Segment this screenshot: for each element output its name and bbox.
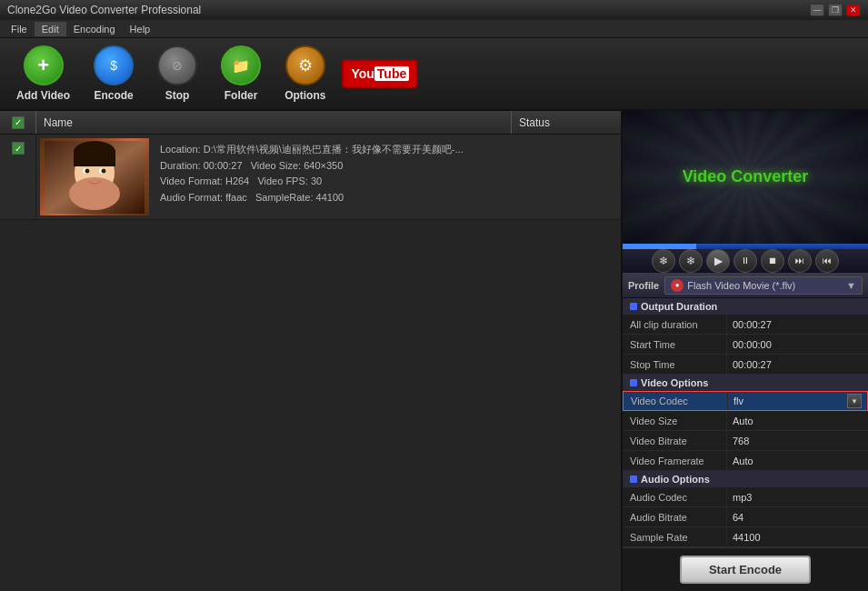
section-dot	[630, 379, 637, 386]
format-dropdown-arrow: ▼	[846, 280, 856, 291]
prop-key: Video Framerate	[623, 451, 727, 470]
folder-label: Folder	[224, 89, 258, 102]
profile-header: Profile ● Flash Video Movie (*.flv) ▼	[623, 273, 868, 298]
options-label: Options	[284, 89, 325, 102]
profile-format-selector[interactable]: ● Flash Video Movie (*.flv) ▼	[664, 276, 863, 295]
file-list-header: ✓ Name Status	[0, 111, 621, 135]
slow-button[interactable]: ❄	[679, 249, 703, 273]
video-codec-dropdown[interactable]: ▼	[847, 394, 862, 408]
section-label: Video Options	[641, 377, 708, 388]
prop-key: All clip duration	[623, 315, 727, 334]
prop-key: Video Codec	[624, 392, 728, 410]
menu-file[interactable]: File	[4, 22, 35, 36]
prop-val: mp3	[727, 487, 868, 506]
section-audio-options: Audio Options	[623, 471, 868, 487]
svg-rect-4	[74, 150, 115, 166]
options-button[interactable]: ⚙ Options	[277, 42, 333, 105]
profile-section: Profile ● Flash Video Movie (*.flv) ▼ Ou…	[623, 273, 868, 591]
play-button[interactable]: ▶	[706, 249, 730, 273]
section-label: Output Duration	[641, 301, 717, 312]
table-row[interactable]: ✓	[0, 135, 621, 220]
encode-button[interactable]: $ Encode	[86, 42, 141, 105]
menu-help[interactable]: Help	[123, 22, 158, 36]
section-label: Audio Options	[641, 474, 710, 485]
properties-table: Output Duration All clip duration 00:00:…	[623, 298, 868, 547]
prop-val: 768	[727, 431, 868, 450]
prop-video-codec[interactable]: Video Codec flv ▼	[623, 391, 868, 411]
header-name-col: Name	[36, 111, 512, 134]
add-video-button[interactable]: + Add Video	[9, 42, 77, 105]
prop-val: 44100	[727, 527, 868, 546]
minimize-button[interactable]: —	[810, 4, 824, 16]
prev-frame-button[interactable]: ⏮	[815, 249, 839, 273]
youtube-you-text: You	[351, 66, 374, 81]
header-checkbox[interactable]: ✓	[12, 116, 25, 129]
row-checkbox[interactable]: ✓	[12, 142, 25, 155]
file-audio-format: Audio Format: ffaac SampleRate: 44100	[160, 190, 504, 206]
format-name: Flash Video Movie (*.flv)	[687, 280, 795, 291]
prop-key: Sample Rate	[623, 527, 727, 546]
prop-start-time: Start Time 00:00:00	[623, 335, 868, 355]
prop-val: 00:00:27	[727, 355, 868, 374]
youtube-button[interactable]: You Tube	[342, 59, 418, 88]
video-progress-bar[interactable]	[623, 244, 868, 249]
right-panel: Video Converter ❄ ❄ ▶ ⏸ ⏹ ⏭ ⏮ Profile ● …	[623, 111, 868, 591]
encode-label: Encode	[94, 89, 133, 102]
title-bar-controls: — ❐ ✕	[810, 4, 861, 16]
prop-video-framerate: Video Framerate Auto	[623, 451, 868, 471]
menu-encoding[interactable]: Encoding	[66, 22, 123, 36]
rewind-begin-button[interactable]: ❄	[652, 249, 675, 273]
main-content: ✓ Name Status ✓	[0, 111, 868, 591]
folder-button[interactable]: 📁 Folder	[214, 42, 268, 105]
prop-all-clip-duration: All clip duration 00:00:27	[623, 315, 868, 335]
section-dot	[630, 303, 637, 310]
menu-edit[interactable]: Edit	[35, 22, 66, 36]
video-thumbnail	[40, 138, 149, 215]
youtube-tube-text: Tube	[374, 66, 409, 81]
start-encode-button[interactable]: Start Encode	[680, 556, 811, 584]
restore-button[interactable]: ❐	[828, 4, 843, 16]
video-codec-value: flv	[733, 396, 743, 406]
next-frame-button[interactable]: ⏭	[788, 249, 812, 273]
prop-key: Video Size	[623, 411, 727, 430]
encode-icon: $	[94, 45, 134, 85]
pause-button[interactable]: ⏸	[733, 249, 757, 273]
add-video-label: Add Video	[16, 89, 70, 102]
col-name-label: Name	[44, 116, 73, 129]
title-bar: Clone2Go Video Converter Professional — …	[0, 0, 868, 20]
start-encode-area: Start Encode	[623, 547, 868, 591]
prop-val: 00:00:00	[727, 335, 868, 354]
prop-video-size: Video Size Auto	[623, 411, 868, 431]
prop-key: Audio Bitrate	[623, 507, 727, 526]
playback-controls: ❄ ❄ ▶ ⏸ ⏹ ⏭ ⏮	[623, 249, 868, 273]
stop-playback-button[interactable]: ⏹	[761, 249, 784, 273]
file-panel: ✓ Name Status ✓	[0, 111, 623, 591]
prop-sample-rate: Sample Rate 44100	[623, 527, 868, 547]
close-button[interactable]: ✕	[846, 4, 861, 16]
prop-key: Stop Time	[623, 355, 727, 374]
svg-point-8	[102, 168, 106, 173]
menu-bar: File Edit Encoding Help	[0, 20, 868, 38]
file-location: Location: D:\常用软件\视频\迪丽热巴直播：我好像不需要开美颜吧-.…	[160, 142, 504, 158]
stop-button[interactable]: ⊘ Stop	[150, 42, 205, 105]
prop-audio-bitrate: Audio Bitrate 64	[623, 507, 868, 527]
section-dot	[630, 476, 637, 483]
add-video-icon: +	[24, 45, 64, 85]
section-output-duration: Output Duration	[623, 298, 868, 315]
video-preview: Video Converter	[623, 111, 868, 244]
file-list: ✓	[0, 135, 621, 591]
prop-val: Auto	[727, 411, 868, 430]
prop-stop-time: Stop Time 00:00:27	[623, 355, 868, 375]
app-title: Clone2Go Video Converter Professional	[7, 4, 201, 16]
format-icon: ●	[671, 279, 683, 292]
prop-key: Start Time	[623, 335, 727, 354]
file-video-format: Video Format: H264 Video FPS: 30	[160, 174, 504, 190]
prop-val: flv ▼	[728, 392, 867, 410]
row-checkbox-col: ✓	[0, 135, 36, 219]
prop-val: 00:00:27	[727, 315, 868, 334]
file-status	[512, 135, 621, 219]
folder-icon: 📁	[221, 45, 261, 85]
file-duration: Duration: 00:00:27 Video Size: 640×350	[160, 158, 504, 175]
stop-label: Stop	[165, 89, 190, 102]
svg-point-2	[69, 177, 120, 210]
